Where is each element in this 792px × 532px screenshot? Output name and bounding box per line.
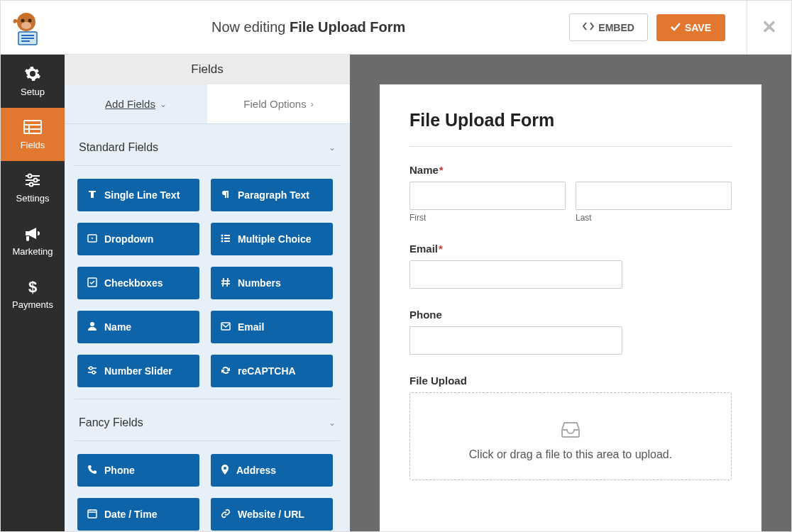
section-fancy-fields[interactable]: Fancy Fields ⌄: [75, 399, 340, 440]
field-address[interactable]: Address: [211, 454, 333, 487]
sidebar: Setup Fields Settings Marketing $ Paymen…: [1, 55, 65, 532]
form-preview: File Upload Form Name* First Last Email*: [350, 55, 791, 532]
svg-point-2: [28, 18, 32, 22]
last-name-input[interactable]: [576, 182, 732, 210]
sidebar-label: Fields: [21, 140, 45, 150]
form-card: File Upload Form Name* First Last Email*: [380, 84, 761, 532]
svg-point-3: [21, 22, 31, 29]
sidebar-item-payments[interactable]: $ Payments: [1, 267, 65, 321]
field-website-url[interactable]: Website / URL: [211, 498, 333, 531]
phone-icon: [87, 465, 97, 477]
recaptcha-icon: [221, 365, 231, 377]
svg-point-36: [92, 371, 95, 374]
sidebar-label: Settings: [16, 193, 50, 204]
tab-add-fields[interactable]: Add Fields ⌄: [65, 84, 207, 123]
field-email[interactable]: Email: [211, 311, 333, 343]
svg-rect-25: [224, 240, 230, 242]
sidebar-item-marketing[interactable]: Marketing: [1, 214, 65, 267]
sidebar-label: Setup: [21, 87, 45, 97]
phone-input[interactable]: [409, 326, 622, 355]
svg-point-17: [30, 183, 33, 187]
form-field-phone: Phone: [409, 309, 732, 355]
form-title: File Upload Form: [409, 110, 732, 147]
svg-rect-21: [224, 235, 230, 236]
sidebar-item-settings[interactable]: Settings: [1, 161, 65, 214]
sliders-icon: [23, 172, 42, 189]
sidebar-label: Payments: [12, 299, 53, 310]
bullhorn-icon: [23, 225, 42, 242]
field-recaptcha[interactable]: reCAPTCHA: [211, 355, 333, 387]
form-field-upload: File Upload Click or drag a file to this…: [409, 375, 732, 480]
name-label: Name*: [409, 164, 732, 176]
code-icon: [583, 21, 594, 33]
svg-point-22: [221, 237, 224, 239]
last-sublabel: Last: [576, 213, 732, 223]
page-title: Now editing File Upload Form: [48, 19, 569, 35]
slider-icon: [87, 365, 97, 377]
app-logo: [5, 6, 48, 49]
field-date-time[interactable]: Date / Time: [77, 498, 199, 531]
svg-point-20: [221, 234, 224, 236]
form-field-email: Email*: [409, 243, 732, 289]
svg-rect-23: [224, 238, 230, 239]
sidebar-item-fields[interactable]: Fields: [1, 108, 65, 161]
form-icon: [23, 118, 42, 135]
calendar-icon: [87, 509, 97, 521]
svg-rect-37: [88, 510, 97, 518]
field-dropdown[interactable]: Dropdown: [77, 223, 199, 255]
svg-rect-6: [21, 38, 34, 39]
chevron-down-icon: ⌄: [329, 418, 336, 428]
svg-point-24: [221, 240, 224, 242]
link-icon: [221, 509, 231, 521]
caret-down-icon: [87, 233, 97, 245]
field-phone[interactable]: Phone: [77, 454, 199, 487]
gear-icon: [23, 65, 42, 82]
embed-button[interactable]: EMBED: [569, 13, 648, 41]
phone-label: Phone: [409, 309, 732, 321]
check-square-icon: [87, 277, 97, 289]
dollar-icon: $: [23, 278, 42, 295]
field-number-slider[interactable]: Number Slider: [77, 355, 199, 387]
hash-icon: [221, 277, 231, 289]
svg-line-27: [223, 278, 224, 287]
envelope-icon: [221, 321, 231, 333]
field-multiple-choice[interactable]: Multiple Choice: [211, 223, 333, 255]
field-single-line-text[interactable]: Single Line Text: [77, 179, 199, 211]
svg-text:$: $: [28, 278, 37, 295]
svg-rect-5: [21, 35, 34, 36]
panel-title: Fields: [65, 55, 350, 84]
section-standard-fields[interactable]: Standard Fields ⌄: [75, 124, 340, 165]
field-checkboxes[interactable]: Checkboxes: [77, 267, 199, 299]
svg-point-13: [28, 174, 32, 178]
close-icon[interactable]: ✕: [747, 1, 777, 55]
form-field-name: Name* First Last: [409, 164, 732, 223]
tab-field-options[interactable]: Field Options ›: [207, 84, 350, 123]
pin-icon: [221, 465, 229, 477]
svg-point-31: [90, 322, 94, 326]
svg-rect-7: [21, 40, 30, 42]
field-name[interactable]: Name: [77, 311, 199, 343]
file-dropzone[interactable]: Click or drag a file to this area to upl…: [409, 392, 732, 480]
paragraph-icon: [221, 189, 231, 201]
divider: [75, 440, 340, 441]
dropzone-text: Click or drag a file to this area to upl…: [424, 448, 717, 461]
svg-line-28: [227, 278, 228, 287]
email-input[interactable]: [409, 260, 622, 289]
save-button[interactable]: SAVE: [656, 14, 725, 41]
chevron-down-icon: ⌄: [160, 99, 167, 109]
fields-panel: Fields Add Fields ⌄ Field Options › Stan…: [65, 55, 350, 532]
email-label: Email*: [409, 243, 732, 255]
sidebar-item-setup[interactable]: Setup: [1, 55, 65, 108]
svg-rect-8: [24, 121, 41, 133]
check-icon: [671, 22, 681, 33]
list-icon: [221, 233, 231, 245]
field-paragraph-text[interactable]: Paragraph Text: [211, 179, 333, 211]
svg-rect-32: [221, 323, 230, 330]
user-icon: [87, 321, 97, 333]
first-name-input[interactable]: [409, 182, 566, 210]
divider: [75, 165, 340, 166]
chevron-down-icon: ⌄: [329, 143, 336, 153]
first-sublabel: First: [409, 213, 566, 223]
field-numbers[interactable]: Numbers: [211, 267, 333, 299]
text-icon: [87, 189, 97, 201]
